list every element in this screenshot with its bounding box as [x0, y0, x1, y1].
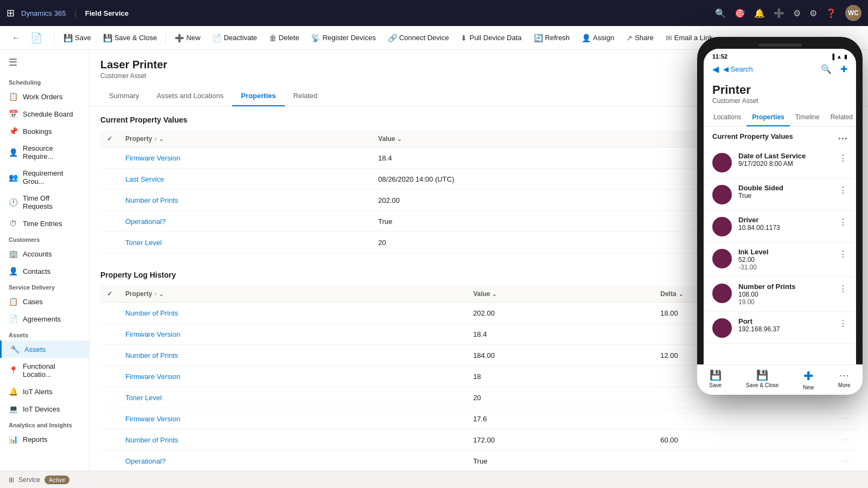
phone-new-button[interactable]: ✚ New: [803, 369, 814, 390]
share-button[interactable]: ↗ Share: [621, 30, 659, 46]
property-link[interactable]: Operational?: [125, 217, 165, 226]
log-property-link[interactable]: Number of Prints: [125, 351, 178, 359]
help-icon[interactable]: ❓: [826, 8, 837, 18]
delete-button[interactable]: 🗑 Delete: [264, 30, 305, 46]
save-icon: 💾: [63, 34, 73, 42]
current-property-values-title: Current Property Values: [100, 115, 187, 124]
phone-search-icon[interactable]: 🔍: [821, 64, 832, 74]
phone-item-title: Number of Prints: [738, 282, 832, 291]
phone-page-subtitle: Customer Asset: [712, 97, 847, 105]
phone-tab-properties[interactable]: Properties: [746, 109, 789, 126]
log-property-link[interactable]: Number of Prints: [125, 436, 178, 444]
save-close-button[interactable]: 💾 Save & Close: [98, 30, 163, 46]
phone-tab-timeline[interactable]: Timeline: [790, 109, 825, 126]
sidebar-item-time-entries[interactable]: ⏱ Time Entries: [0, 215, 89, 232]
settings-icon[interactable]: ⚙: [809, 8, 817, 18]
assign-button[interactable]: 👤 Assign: [576, 30, 620, 46]
waffle-icon[interactable]: ⊞: [7, 7, 15, 19]
tab-summary[interactable]: Summary: [100, 86, 148, 106]
log-value-col-header[interactable]: Value ⌄: [467, 286, 654, 303]
user-avatar[interactable]: WC: [845, 5, 861, 21]
phone-item-more-icon[interactable]: ⋮: [839, 216, 847, 227]
bell-icon[interactable]: 🔔: [754, 8, 765, 18]
sidebar-item-requirement-groups[interactable]: 👥 Requirement Grou...: [0, 165, 89, 190]
back-button[interactable]: ←: [9, 30, 24, 46]
sidebar-item-bookings[interactable]: 📌 Bookings: [0, 123, 89, 140]
sidebar-item-contacts[interactable]: 👤 Contacts: [0, 262, 89, 280]
phone-overlay: 11:52 ▐ ▲ ▮ ◀ ◀ Search 🔍 ✚ Printer Cust: [694, 26, 868, 427]
log-property-link[interactable]: Operational?: [125, 457, 165, 465]
property-link[interactable]: Number of Prints: [125, 196, 178, 204]
section-customers: Customers: [0, 232, 89, 245]
nav-arrows: ← 📄: [4, 30, 51, 46]
log-property-link[interactable]: Firmware Version: [125, 330, 180, 338]
log-property-cell: Number of Prints: [119, 429, 467, 451]
log-property-col-header[interactable]: Property ↑ ⌄: [119, 286, 467, 303]
deactivate-button[interactable]: 📄 Deactivate: [207, 30, 262, 46]
sidebar-item-agreements[interactable]: 📄 Agreements: [0, 310, 89, 328]
pull-device-data-button[interactable]: ⬇ Pull Device Data: [455, 30, 527, 46]
log-property-link[interactable]: Number of Prints: [125, 309, 178, 317]
sidebar-item-resource-requirements[interactable]: 👤 Resource Require...: [0, 140, 89, 165]
phone-item-more-icon[interactable]: ⋮: [839, 317, 847, 329]
phone-more-button[interactable]: ⋯ More: [838, 369, 851, 390]
sidebar-item-reports[interactable]: 📊 Reports: [0, 431, 89, 448]
log-delta-cell: [654, 451, 835, 471]
work-orders-icon: 📋: [9, 92, 17, 101]
phone-back-button[interactable]: ◀: [712, 64, 719, 74]
log-property-link[interactable]: Firmware Version: [125, 373, 180, 381]
property-link[interactable]: Last Service: [125, 175, 164, 183]
value-cell: 20: [372, 232, 704, 253]
log-row-more-icon[interactable]: ···: [842, 456, 849, 465]
phone-item-title: Double Sided: [738, 184, 832, 192]
plus-icon[interactable]: ➕: [774, 8, 784, 18]
phone-save-button[interactable]: 💾 Save: [709, 369, 722, 390]
phone-item-content: Double Sided True: [738, 184, 832, 200]
delete-icon: 🗑: [269, 34, 277, 42]
search-icon[interactable]: 🔍: [715, 8, 726, 18]
sidebar-item-cases[interactable]: 📋 Cases: [0, 293, 89, 310]
filter-icon[interactable]: ⚙: [793, 8, 801, 18]
sidebar-item-assets[interactable]: 🔧 Assets: [0, 341, 89, 358]
phone-tab-related[interactable]: Related: [825, 109, 856, 126]
tab-related[interactable]: Related: [285, 86, 327, 106]
sidebar-item-iot-alerts[interactable]: 🔔 IoT Alerts: [0, 383, 89, 400]
connect-device-button[interactable]: 🔗 Connect Device: [382, 30, 455, 46]
row-check: [100, 211, 119, 232]
sidebar-item-accounts[interactable]: 🏢 Accounts: [0, 245, 89, 262]
sidebar-item-time-off-requests[interactable]: 🕐 Time Off Requests: [0, 190, 89, 215]
sidebar-item-schedule-board[interactable]: 📅 Schedule Board: [0, 105, 89, 123]
contacts-icon: 👤: [9, 267, 17, 275]
phone-add-icon[interactable]: ✚: [840, 64, 847, 74]
log-property-link[interactable]: Toner Level: [125, 394, 162, 402]
tab-properties[interactable]: Properties: [232, 86, 284, 106]
property-link[interactable]: Firmware Version: [125, 154, 180, 162]
log-value-sort-icon: ⌄: [492, 291, 496, 297]
phone-item-title: Ink Level: [738, 248, 832, 256]
phone-section-more-icon[interactable]: ⋯: [838, 132, 847, 144]
save-button[interactable]: 💾 Save: [58, 30, 97, 46]
phone-item-more-icon[interactable]: ⋮: [839, 282, 847, 294]
property-link[interactable]: Toner Level: [125, 239, 162, 247]
sidebar-item-work-orders[interactable]: 📋 Work Orders: [0, 88, 89, 105]
phone-tab-locations[interactable]: Locations: [708, 109, 746, 126]
phone-item-more-icon[interactable]: ⋮: [839, 184, 847, 195]
phone-item-more-icon[interactable]: ⋮: [839, 248, 847, 259]
phone-item-more-icon[interactable]: ⋮: [839, 152, 847, 163]
sidebar-item-iot-devices[interactable]: 💻 IoT Devices: [0, 400, 89, 418]
value-col-header[interactable]: Value ⌄: [372, 131, 704, 147]
phone-item-content: Date of Last Service 9/17/2020 8:00 AM: [738, 152, 832, 168]
sidebar-toggle[interactable]: ☰: [0, 50, 89, 75]
log-property-link[interactable]: Firmware Version: [125, 415, 180, 423]
refresh-button[interactable]: 🔄 Refresh: [528, 30, 576, 46]
phone-save-close-button[interactable]: 💾 Save & Close: [746, 369, 779, 390]
register-devices-button[interactable]: 📡 Register Devices: [305, 30, 381, 46]
sidebar-item-functional-locations[interactable]: 📍 Functional Locatio...: [0, 358, 89, 383]
log-row-more-icon[interactable]: ···: [842, 435, 849, 444]
log-value-cell: True: [467, 451, 654, 471]
wifi-icon: ▲: [837, 54, 842, 60]
property-col-header[interactable]: Property ↑ ⌄: [119, 131, 372, 147]
new-button[interactable]: ➕ New: [169, 30, 206, 46]
tab-assets-locations[interactable]: Assets and Locations: [148, 86, 233, 106]
target-icon[interactable]: 🎯: [735, 8, 745, 18]
